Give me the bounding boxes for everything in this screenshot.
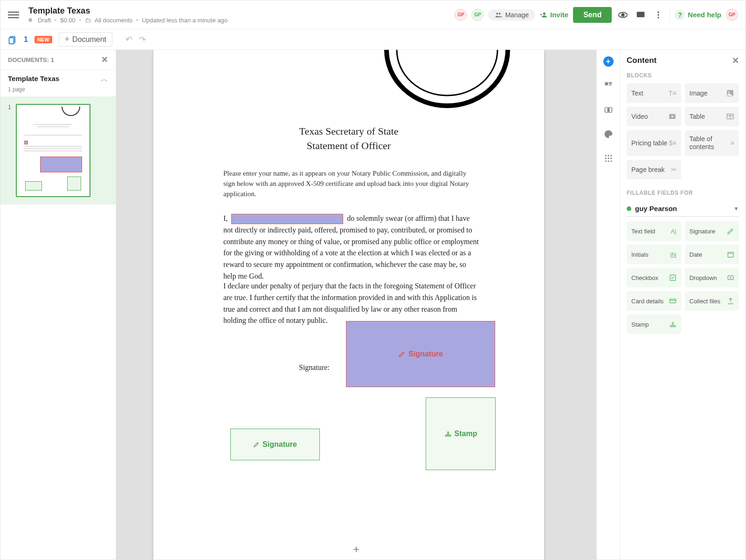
close-panel-icon[interactable]: ✕ xyxy=(101,55,108,65)
field-collect-files[interactable]: Collect files xyxy=(685,291,739,311)
document-title: Template Texas xyxy=(28,6,228,16)
field-dropdown[interactable]: Dropdown xyxy=(685,268,739,287)
right-toolbox: + $ xyxy=(596,50,620,560)
block-text[interactable]: TextT≡ xyxy=(627,83,681,103)
user-avatar[interactable]: GP xyxy=(726,9,738,21)
preview-icon[interactable] xyxy=(616,8,629,21)
updated-label: Updated less than a minute ago xyxy=(142,17,228,24)
recipient-name: guy Pearson xyxy=(635,205,677,212)
help-button[interactable]: ? Need help xyxy=(675,10,721,20)
dropdown-icon xyxy=(727,274,734,281)
design-icon[interactable] xyxy=(601,127,615,141)
folder-label[interactable]: All documents xyxy=(95,17,133,24)
instructions-text: Please enter your name, as it appears on… xyxy=(223,169,474,199)
document-item-title[interactable]: Template Texas xyxy=(8,75,59,82)
stamp-field[interactable]: Stamp xyxy=(426,397,496,470)
svg-point-23 xyxy=(608,157,609,159)
canvas[interactable]: Texas Secretary of State Statement of Of… xyxy=(116,50,596,560)
block-video[interactable]: Video xyxy=(627,107,681,126)
invite-button[interactable]: Invite xyxy=(540,11,568,19)
svg-rect-13 xyxy=(445,435,450,437)
block-pricing-table[interactable]: Pricing table$≡ xyxy=(627,130,681,156)
comments-icon[interactable] xyxy=(634,8,647,21)
seal-image xyxy=(382,50,512,124)
add-content-icon[interactable]: + xyxy=(601,55,615,68)
signature-field-secondary[interactable]: Signature xyxy=(230,429,320,460)
page-thumbnail[interactable] xyxy=(16,104,90,197)
variables-icon[interactable]: $ xyxy=(601,103,615,117)
manage-button[interactable]: Manage xyxy=(488,9,535,20)
folder-icon xyxy=(85,17,91,24)
svg-point-21 xyxy=(610,155,612,157)
status-dot-icon xyxy=(28,18,32,22)
new-badge: NEW xyxy=(35,36,52,43)
thumb-number: 1 xyxy=(8,104,11,197)
svg-point-12 xyxy=(397,50,497,96)
help-icon: ? xyxy=(675,10,685,20)
svg-point-1 xyxy=(499,13,501,14)
people-icon xyxy=(495,11,502,19)
field-card-details[interactable]: Card details xyxy=(627,291,681,311)
add-document-label: Document xyxy=(72,35,106,44)
apps-icon[interactable] xyxy=(601,151,615,165)
page-thumbnail-row: 1 xyxy=(0,96,116,205)
signature-icon xyxy=(253,441,260,448)
svg-point-4 xyxy=(622,14,625,16)
block-image[interactable]: Image xyxy=(685,83,739,103)
field-text[interactable]: Text fieldA| xyxy=(627,221,681,241)
invite-label: Invite xyxy=(550,11,568,19)
undo-icon[interactable]: ↶ xyxy=(125,34,132,45)
more-icon[interactable] xyxy=(652,8,665,21)
svg-point-27 xyxy=(610,160,612,162)
collapse-icon[interactable]: ︿ xyxy=(101,75,108,84)
video-icon xyxy=(668,112,677,121)
svg-point-25 xyxy=(605,160,606,162)
svg-rect-34 xyxy=(728,252,733,257)
svg-rect-5 xyxy=(637,12,645,17)
svg-point-8 xyxy=(658,17,659,18)
svg-text:$: $ xyxy=(607,108,609,112)
add-person-icon xyxy=(540,11,547,19)
field-stamp[interactable]: Stamp xyxy=(627,314,681,334)
doc-count: 1 xyxy=(24,35,28,44)
field-date[interactable]: Date xyxy=(685,245,739,264)
layout-icon[interactable] xyxy=(601,79,615,93)
documents-header: DOCUMENTS: 1 xyxy=(8,56,54,63)
perjury-text: I declare under penalty of perjury that … xyxy=(223,280,479,327)
menu-icon[interactable] xyxy=(8,9,19,20)
add-document-button[interactable]: + Document xyxy=(59,32,112,47)
content-title: Content xyxy=(627,56,656,65)
help-label: Need help xyxy=(688,11,721,19)
content-panel: Content ✕ BLOCKS TextT≡ Image Video Tabl… xyxy=(620,50,746,560)
toc-icon: ≡ xyxy=(731,139,734,147)
svg-point-26 xyxy=(608,160,609,162)
signature-label: Signature: xyxy=(299,363,330,372)
svg-point-11 xyxy=(387,50,508,106)
collaborator-avatar-2[interactable]: GP xyxy=(471,9,484,21)
document-page[interactable]: Texas Secretary of State Statement of Of… xyxy=(153,50,544,560)
field-signature[interactable]: Signature xyxy=(685,221,739,241)
block-page-break[interactable]: Page break✂ xyxy=(627,160,681,179)
pricing-icon: $≡ xyxy=(669,139,677,147)
block-table[interactable]: Table xyxy=(685,107,739,126)
close-content-icon[interactable]: ✕ xyxy=(732,55,739,66)
svg-point-7 xyxy=(658,14,659,15)
svg-point-0 xyxy=(497,13,498,14)
svg-point-19 xyxy=(605,155,606,157)
plus-icon: + xyxy=(65,34,70,44)
documents-icon[interactable] xyxy=(8,35,17,44)
svg-rect-38 xyxy=(670,299,676,303)
field-checkbox[interactable]: Checkbox xyxy=(627,268,681,287)
block-toc[interactable]: Table of contents≡ xyxy=(685,130,739,156)
send-button[interactable]: Send xyxy=(573,7,612,23)
collaborator-avatar-1[interactable]: GP xyxy=(455,9,467,21)
svg-point-29 xyxy=(728,91,730,93)
field-initials[interactable]: InitialsIN xyxy=(627,245,681,264)
signature-icon xyxy=(727,227,734,235)
name-field[interactable] xyxy=(231,214,343,224)
signature-field-primary[interactable]: Signature xyxy=(346,321,495,387)
redo-icon[interactable]: ↷ xyxy=(139,34,146,45)
document-meta: Draft $0.00 All documents Updated less t… xyxy=(28,17,228,24)
add-page-button[interactable]: + xyxy=(353,543,359,556)
recipient-selector[interactable]: guy Pearson ▼ xyxy=(627,201,739,217)
